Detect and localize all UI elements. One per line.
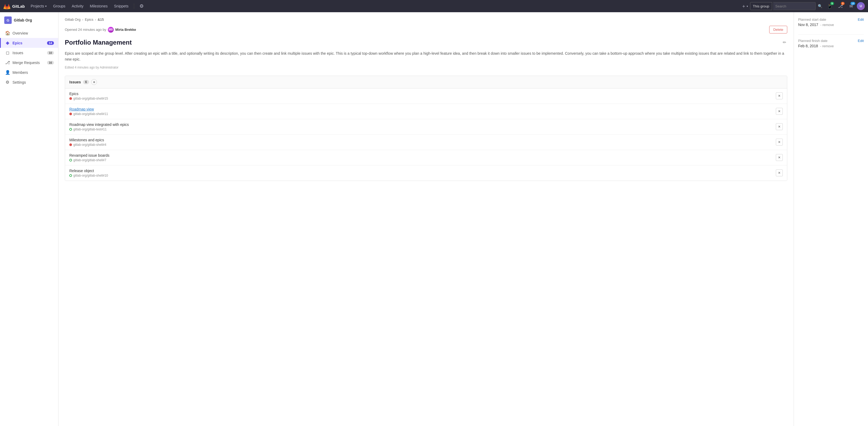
epic-description: Epics are scoped at the group level. Aft…	[65, 51, 787, 62]
nav-todo-badge: 5	[830, 2, 834, 5]
sidebar-item-epics[interactable]: ◈ Epics 14	[0, 38, 58, 48]
nav-todos-icon[interactable]: ✉ 13	[846, 1, 856, 11]
issues-header-label: Issues	[69, 80, 81, 84]
epic-opened-text: Opened 24 minutes ago by	[65, 28, 106, 32]
sidebar-issues-badge: 10	[47, 51, 54, 55]
epic-title: Portfolio Management	[65, 39, 132, 46]
nav-search-input[interactable]	[773, 2, 816, 10]
author-avatar: MB	[108, 27, 114, 33]
epic-edited: Edited 4 minutes ago by Administrator	[65, 66, 787, 69]
sidebar-overview-label: Overview	[12, 31, 54, 35]
issue-info-3: Roadmap view integrated with epics gitla…	[69, 122, 129, 131]
sidebar-item-overview[interactable]: 🏠 Overview	[0, 28, 58, 38]
sidebar-org[interactable]: G Gitlab Org	[0, 17, 58, 28]
issue-status-dot-2	[69, 113, 72, 115]
issue-remove-btn-4[interactable]: ✕	[776, 139, 783, 146]
sidebar-org-icon: G	[4, 17, 12, 24]
breadcrumb-gitlab-org[interactable]: Gitlab Org	[65, 18, 81, 22]
issue-title-3: Roadmap view integrated with epics	[69, 122, 129, 127]
breadcrumb-epics[interactable]: Epics	[85, 18, 93, 22]
issues-count-badge: 6	[83, 80, 89, 84]
top-nav: GitLab Projects Groups Activity Mileston…	[0, 0, 868, 12]
planned-finish-label: Planned finish date	[798, 39, 828, 43]
merge-requests-icon: ⎇	[5, 60, 10, 65]
issue-status-dot-6	[69, 174, 72, 177]
planned-finish-section: Planned finish date Edit Feb 8, 2018 - r…	[798, 39, 864, 48]
epic-title-edit-btn[interactable]: ✏	[782, 39, 787, 46]
sidebar-settings-label: Settings	[12, 80, 54, 85]
issue-title-2[interactable]: Roadmap view	[69, 107, 108, 111]
nav-groups[interactable]: Groups	[51, 0, 68, 12]
author-avatar-img: MB	[108, 27, 114, 33]
planned-start-section: Planned start date Edit Nov 8, 2017 - re…	[798, 18, 864, 27]
planned-start-remove[interactable]: - remove	[820, 23, 834, 27]
issue-info-5: Revamped issue boards gitlab-org/gitlab-…	[69, 153, 110, 162]
planned-start-header: Planned start date Edit	[798, 18, 864, 22]
issue-remove-btn-2[interactable]: ✕	[776, 108, 783, 115]
author-name[interactable]: Mirta Brekke	[115, 28, 136, 32]
issue-status-dot-5	[69, 159, 72, 161]
user-avatar[interactable]: U	[857, 2, 865, 10]
issue-remove-btn-6[interactable]: ✕	[776, 170, 783, 176]
issue-row-3: Roadmap view integrated with epics gitla…	[65, 119, 787, 135]
issue-ref-4: gitlab-org/gitlab-shell#4	[69, 143, 106, 147]
planned-finish-value: Feb 8, 2018	[798, 44, 818, 48]
nav-activity[interactable]: Activity	[69, 0, 86, 12]
nav-settings-icon[interactable]: ⚙	[137, 1, 146, 11]
issue-status-dot-4	[69, 144, 72, 146]
sidebar-item-members[interactable]: 👤 Members	[0, 67, 58, 77]
planned-finish-remove[interactable]: - remove	[820, 44, 834, 48]
issue-info-4: Milestones and epics gitlab-org/gitlab-s…	[69, 138, 106, 147]
nav-new-btn[interactable]: ＋ ▾	[740, 3, 749, 9]
sidebar-members-label: Members	[12, 70, 54, 74]
planned-start-edit[interactable]: Edit	[858, 18, 864, 22]
issues-add-button[interactable]: +	[91, 79, 97, 85]
nav-todos-badge: 13	[850, 2, 855, 5]
logo-text: GitLab	[12, 4, 25, 8]
planned-start-label: Planned start date	[798, 18, 826, 22]
sidebar-merge-badge: 16	[47, 61, 54, 64]
nav-search-icon[interactable]: 🔍	[818, 4, 822, 8]
delete-button[interactable]: Delete	[769, 26, 787, 33]
settings-icon: ⚙	[5, 80, 10, 85]
nav-milestones[interactable]: Milestones	[87, 0, 110, 12]
issue-row-2: Roadmap view gitlab-org/gitlab-shell#11 …	[65, 104, 787, 119]
nav-projects[interactable]: Projects	[28, 0, 50, 12]
issue-remove-btn-3[interactable]: ✕	[776, 123, 783, 130]
epic-meta-left: Opened 24 minutes ago by MB Mirta Brekke	[65, 27, 136, 33]
issue-title-1: Epics	[69, 92, 108, 96]
issues-icon: ◻	[5, 50, 10, 55]
issue-status-dot-1	[69, 97, 72, 100]
issue-ref-6: gitlab-org/gitlab-shell#10	[69, 174, 108, 177]
nav-todo-icon[interactable]: 📱 5	[825, 1, 835, 11]
nav-scope-button[interactable]: This group	[750, 2, 772, 10]
sidebar-epics-label: Epics	[12, 41, 44, 45]
breadcrumb: Gitlab Org › Epics › &15	[65, 18, 787, 22]
sidebar-nav: 🏠 Overview ◈ Epics 14 ◻ Issues 10 ⎇ Merg…	[0, 28, 58, 87]
breadcrumb-current: &15	[98, 18, 104, 22]
planned-finish-edit[interactable]: Edit	[858, 39, 864, 43]
issue-ref-5: gitlab-org/gitlab-shell#7	[69, 158, 110, 162]
issue-ref-1: gitlab-org/gitlab-shell#15	[69, 97, 108, 100]
epics-icon: ◈	[5, 40, 10, 45]
issue-remove-btn-5[interactable]: ✕	[776, 154, 783, 161]
sidebar-issues-label: Issues	[12, 51, 44, 55]
sidebar-org-name: Gitlab Org	[14, 18, 32, 22]
issue-remove-btn-1[interactable]: ✕	[776, 92, 783, 99]
nav-merge-badge: 3	[841, 2, 845, 5]
planned-finish-header: Planned finish date Edit	[798, 39, 864, 43]
issues-header: Issues 6 +	[65, 76, 787, 88]
nav-merge-requests-icon[interactable]: ⎇ 3	[836, 1, 845, 11]
sidebar-item-settings[interactable]: ⚙ Settings	[0, 77, 58, 87]
sidebar-item-issues[interactable]: ◻ Issues 10	[0, 48, 58, 58]
nav-divider-1	[134, 3, 134, 9]
nav-snippets[interactable]: Snippets	[111, 0, 131, 12]
sidebar-merge-label: Merge Requests	[12, 61, 44, 65]
sidebar-item-merge-requests[interactable]: ⎇ Merge Requests 16	[0, 58, 58, 67]
issue-title-4: Milestones and epics	[69, 138, 106, 142]
sidebar-epics-badge: 14	[47, 41, 54, 45]
issue-row-1: Epics gitlab-org/gitlab-shell#15 ✕	[65, 88, 787, 104]
gitlab-logo[interactable]: GitLab	[3, 2, 25, 10]
members-icon: 👤	[5, 70, 10, 75]
issue-ref-2: gitlab-org/gitlab-shell#11	[69, 112, 108, 116]
